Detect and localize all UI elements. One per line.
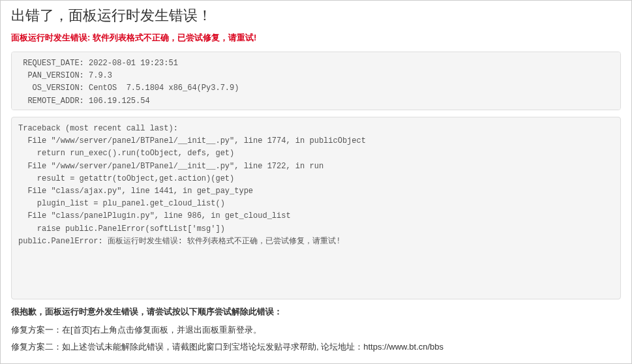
help-line-1: 修复方案一：在[首页]右上角点击修复面板，并退出面板重新登录。 [11,324,621,336]
help-section: 很抱歉，面板运行时意外发生错误，请尝试按以下顺序尝试解除此错误： 修复方案一：在… [11,306,621,353]
request-info-block[interactable]: REQUEST_DATE: 2022-08-01 19:23:51 PAN_VE… [11,52,621,110]
traceback-block[interactable]: Traceback (most recent call last): File … [11,117,621,299]
page-title: 出错了，面板运行时发生错误！ [11,6,621,25]
error-message: 面板运行时发生错误: 软件列表格式不正确，已尝试修复，请重试! [11,32,621,44]
help-intro: 很抱歉，面板运行时意外发生错误，请尝试按以下顺序尝试解除此错误： [11,306,621,318]
help-line-2: 修复方案二：如上述尝试未能解除此错误，请截图此窗口到宝塔论坛发贴寻求帮助, 论坛… [11,341,621,353]
